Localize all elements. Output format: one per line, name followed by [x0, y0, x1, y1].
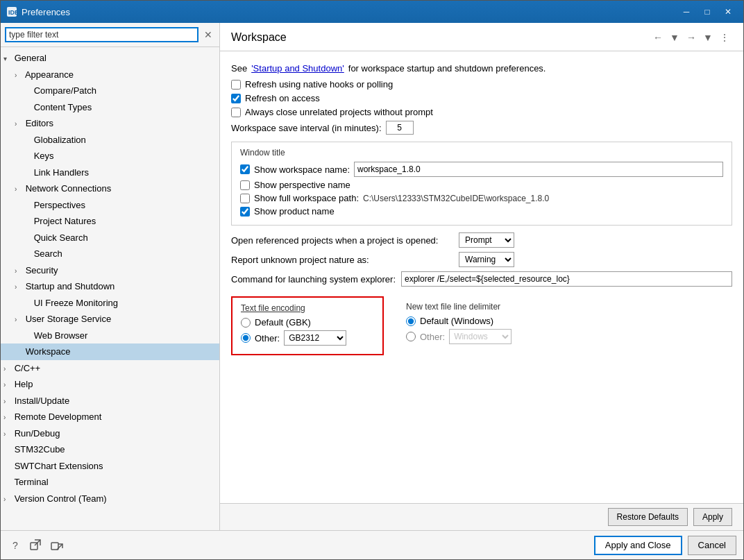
sidebar-item-keys[interactable]: Keys	[1, 148, 219, 164]
encoding-dropdown[interactable]: GB2312 UTF-8 GBK ISO-8859-1	[284, 330, 346, 346]
refresh-native-checkbox[interactable]	[231, 80, 241, 90]
sidebar-item-label: Link Handlers	[34, 167, 90, 178]
navigation-buttons: ← ▼ → ▼ ⋮	[650, 30, 732, 45]
window-title: Preferences	[22, 7, 677, 17]
sidebar-item-label: Quick Search	[34, 232, 88, 243]
encoding-other-radio[interactable]	[241, 333, 251, 343]
main-area: ✕ ▾ General › Appearance Compare/Patch	[1, 23, 743, 530]
sidebar-item-label: Startup and Shutdown	[26, 281, 115, 291]
sidebar-item-run-debug[interactable]: › Run/Debug	[1, 425, 219, 442]
sidebar-item-label: Appearance	[25, 69, 74, 80]
sidebar-item-label: Web Browser	[34, 330, 88, 341]
sidebar-item-ui-freeze[interactable]: UI Freeze Monitoring	[1, 295, 219, 312]
expand-icon: ›	[15, 184, 23, 194]
show-perspective-name-label[interactable]: Show perspective name	[254, 180, 350, 190]
search-clear-button[interactable]: ✕	[201, 28, 215, 42]
sidebar-item-label: Compare/Patch	[34, 85, 96, 96]
sidebar-item-content-types[interactable]: Content Types	[1, 99, 219, 116]
sidebar-item-appearance[interactable]: › Appearance	[1, 67, 219, 83]
newline-other-label[interactable]: Other:	[420, 332, 445, 342]
sidebar-item-globalization[interactable]: Globalization	[1, 132, 219, 149]
back-dropdown-button[interactable]: ▼	[667, 30, 682, 45]
restore-defaults-button[interactable]: Restore Defaults	[608, 508, 688, 526]
sidebar-item-stm32cube[interactable]: STM32Cube	[1, 441, 219, 458]
refresh-access-checkbox[interactable]	[231, 94, 241, 103]
apply-close-button[interactable]: Apply and Close	[594, 536, 682, 555]
sidebar-item-install-update[interactable]: › Install/Update	[1, 393, 219, 409]
expand-icon	[23, 168, 31, 178]
workspace-name-input[interactable]	[354, 162, 723, 177]
sidebar-item-quick-search[interactable]: Quick Search	[1, 230, 219, 246]
sidebar-item-cpp[interactable]: › C/C++	[1, 360, 219, 377]
show-workspace-name-row: Show workspace name:	[240, 162, 723, 177]
close-unrelated-label[interactable]: Always close unrelated projects without …	[245, 107, 433, 117]
sidebar-item-workspace[interactable]: Workspace	[1, 343, 219, 360]
save-interval-input[interactable]	[386, 121, 414, 135]
show-workspace-name-label[interactable]: Show workspace name:	[254, 164, 350, 175]
sidebar-item-search[interactable]: Search	[1, 246, 219, 262]
sidebar-item-startup-shutdown[interactable]: › Startup and Shutdown	[1, 278, 219, 295]
forward-button[interactable]: →	[684, 30, 699, 45]
sidebar-item-version-control[interactable]: › Version Control (Team)	[1, 491, 219, 507]
show-product-name-label[interactable]: Show product name	[254, 206, 335, 217]
sidebar-item-remote-development[interactable]: › Remote Development	[1, 409, 219, 425]
startup-shutdown-link[interactable]: 'Startup and Shutdown'	[251, 63, 344, 74]
minimize-button[interactable]: ─	[677, 4, 696, 19]
sidebar-item-link-handlers[interactable]: Link Handlers	[1, 164, 219, 181]
show-full-path-label[interactable]: Show full workspace path:	[254, 193, 359, 203]
refresh-access-label[interactable]: Refresh on access	[245, 93, 320, 103]
export-icon[interactable]	[28, 538, 44, 553]
newline-title: New text file line delimiter	[406, 302, 542, 312]
encoding-default-radio[interactable]	[241, 318, 251, 328]
open-referenced-row: Open referenced projects when a project …	[231, 232, 732, 248]
search-input[interactable]	[5, 27, 198, 42]
expand-icon	[23, 103, 31, 113]
sidebar-item-network-connections[interactable]: › Network Connections	[1, 180, 219, 197]
import-icon[interactable]	[49, 538, 65, 553]
close-unrelated-checkbox[interactable]	[231, 108, 241, 117]
command-explorer-row: Command for launching system explorer:	[231, 271, 732, 287]
sidebar-item-swtchart[interactable]: SWTChart Extensions	[1, 458, 219, 475]
sidebar-item-perspectives[interactable]: Perspectives	[1, 197, 219, 214]
sidebar-item-label: Run/Debug	[15, 428, 60, 439]
cancel-button[interactable]: Cancel	[688, 536, 736, 555]
encoding-default-label[interactable]: Default (GBK)	[255, 317, 311, 328]
newline-dropdown[interactable]: Windows Unix macOS	[449, 329, 512, 344]
sidebar-item-web-browser[interactable]: Web Browser	[1, 328, 219, 344]
forward-dropdown-button[interactable]: ▼	[700, 30, 716, 45]
show-workspace-name-checkbox[interactable]	[240, 164, 250, 174]
maximize-button[interactable]: □	[698, 4, 717, 19]
menu-button[interactable]: ⋮	[717, 30, 732, 45]
newline-default-label[interactable]: Default (Windows)	[420, 316, 493, 326]
sidebar-item-security[interactable]: › Security	[1, 262, 219, 279]
apply-button[interactable]: Apply	[693, 508, 732, 526]
newline-default-radio[interactable]	[406, 316, 416, 326]
expand-icon: ›	[15, 119, 23, 129]
sidebar-item-help[interactable]: › Help	[1, 376, 219, 393]
help-icon[interactable]: ?	[8, 538, 23, 553]
sidebar-item-compare-patch[interactable]: Compare/Patch	[1, 83, 219, 99]
refresh-native-label[interactable]: Refresh using native hooks or polling	[245, 79, 393, 90]
command-explorer-input[interactable]	[401, 271, 732, 287]
show-full-path-checkbox[interactable]	[240, 194, 250, 203]
expand-icon	[3, 445, 12, 455]
expand-icon	[23, 135, 31, 146]
open-referenced-select[interactable]: Prompt Always Never	[459, 232, 514, 248]
sidebar-item-user-storage[interactable]: › User Storage Service	[1, 311, 219, 328]
newline-other-radio[interactable]	[406, 332, 416, 341]
close-button[interactable]: ✕	[718, 4, 738, 19]
window-title-group: Window title Show workspace name: Show p…	[231, 142, 732, 226]
sidebar-item-general[interactable]: ▾ General	[1, 50, 219, 67]
sidebar-item-project-natures[interactable]: Project Natures	[1, 213, 219, 230]
close-unrelated-row: Always close unrelated projects without …	[231, 107, 732, 117]
report-unknown-select[interactable]: Warning Error Ignore	[459, 252, 514, 267]
sidebar-item-label: Project Natures	[34, 216, 96, 226]
show-product-name-checkbox[interactable]	[240, 207, 250, 217]
save-interval-label: Workspace save interval (in minutes):	[231, 123, 382, 133]
sidebar-item-terminal[interactable]: Terminal	[1, 474, 219, 491]
show-perspective-name-checkbox[interactable]	[240, 180, 250, 190]
encoding-other-label[interactable]: Other:	[255, 333, 280, 343]
back-button[interactable]: ←	[650, 30, 666, 45]
sidebar-item-editors[interactable]: › Editors	[1, 115, 219, 132]
expand-icon: ›	[3, 364, 12, 374]
